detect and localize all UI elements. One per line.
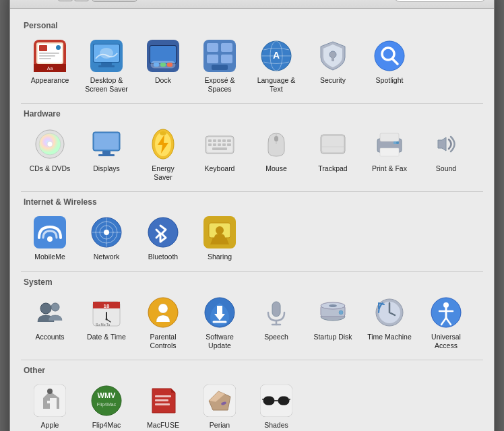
- pref-item-network[interactable]: Network: [79, 211, 134, 265]
- svg-point-94: [106, 318, 108, 320]
- section-hardware-items: CDs & DVDs Displays: [21, 123, 483, 186]
- time-machine-label: Time Machine: [367, 333, 412, 341]
- pref-item-perian[interactable]: Perian: [192, 379, 247, 431]
- pref-item-universal-access[interactable]: UniversalAccess: [418, 291, 474, 354]
- printfax-icon: [372, 127, 407, 162]
- svg-point-117: [92, 386, 121, 416]
- spotlight-label: Spotlight: [376, 76, 404, 85]
- svg-point-87: [51, 303, 59, 311]
- svg-rect-126: [263, 397, 274, 405]
- svg-text:Aa: Aa: [47, 66, 53, 71]
- parental-icon: [146, 295, 181, 330]
- pref-item-print-fax[interactable]: Print & Fax: [362, 123, 417, 186]
- pref-item-sharing[interactable]: Sharing: [192, 211, 247, 265]
- universalaccess-icon: [429, 295, 464, 330]
- startupdisk-icon: [315, 295, 350, 330]
- svg-rect-127: [278, 397, 289, 405]
- svg-rect-69: [380, 133, 399, 141]
- perian-icon: [202, 383, 237, 418]
- svg-point-74: [47, 236, 53, 242]
- svg-rect-61: [227, 143, 231, 146]
- pref-item-spotlight[interactable]: Spotlight: [362, 34, 417, 98]
- bluetooth-icon: [146, 215, 181, 250]
- pref-item-macfuse[interactable]: MacFUSE: [135, 379, 191, 431]
- svg-rect-27: [221, 43, 232, 52]
- pref-item-speech[interactable]: Speech: [249, 291, 304, 354]
- svg-point-106: [339, 310, 343, 314]
- macfuse-label: MacFUSE: [147, 421, 179, 430]
- svg-text:WMV: WMV: [98, 391, 117, 399]
- svg-text:18: 18: [104, 303, 110, 309]
- pref-item-energy-saver[interactable]: EnergySaver: [135, 123, 191, 186]
- svg-rect-30: [212, 65, 228, 70]
- pref-item-bluetooth[interactable]: Bluetooth: [135, 211, 191, 265]
- svg-rect-62: [212, 147, 227, 150]
- pref-item-software-update[interactable]: SoftwareUpdate: [192, 291, 247, 354]
- pref-item-mouse[interactable]: Mouse: [249, 123, 304, 186]
- sharing-label: Sharing: [208, 253, 232, 261]
- flip4mac-label: Flip4MacWMV: [92, 421, 121, 431]
- pref-item-expose-spaces[interactable]: Exposé &Spaces: [192, 34, 247, 98]
- pref-item-sound[interactable]: Sound: [418, 123, 474, 186]
- pref-item-flip4mac[interactable]: WMV Flip4Mac Flip4MacWMV: [79, 379, 134, 431]
- back-button[interactable]: ‹: [58, 0, 73, 1]
- nav-buttons: ‹ ›: [58, 0, 89, 1]
- pref-item-startup-disk[interactable]: Startup Disk: [305, 291, 360, 354]
- pref-item-security[interactable]: Security: [305, 34, 360, 98]
- section-system-label: System: [24, 277, 483, 287]
- pref-item-apple-qmaster[interactable]: AppleQmaster: [22, 379, 77, 431]
- pref-item-date-time[interactable]: 18 Su Mo Tu Date & Time: [79, 291, 134, 354]
- desktop-icon: [89, 38, 124, 73]
- pref-item-keyboard[interactable]: Keyboard: [192, 123, 247, 186]
- parental-controls-label: ParentalControls: [150, 333, 176, 350]
- pref-item-language-text[interactable]: A Language &Text: [249, 34, 304, 98]
- svg-point-42: [47, 141, 53, 147]
- svg-rect-66: [322, 136, 344, 152]
- svg-rect-28: [207, 55, 218, 63]
- appearance-label: Appearance: [31, 76, 69, 85]
- pref-item-shades[interactable]: Shades: [249, 379, 304, 431]
- svg-text:Su Mo Tu: Su Mo Tu: [96, 323, 111, 327]
- svg-point-97: [158, 304, 168, 313]
- pref-item-cds-dvds[interactable]: CDs & DVDs: [22, 123, 77, 186]
- startup-disk-label: Startup Disk: [313, 333, 352, 341]
- svg-rect-29: [221, 55, 232, 63]
- pref-item-desktop-screensaver[interactable]: Desktop &Screen Saver: [79, 34, 134, 98]
- pref-item-dock[interactable]: Dock: [135, 34, 191, 98]
- titlebar: ‹ › Show All System Preferences 🔍: [10, 0, 494, 9]
- search-box[interactable]: 🔍: [393, 0, 487, 2]
- date-time-label: Date & Time: [87, 333, 126, 341]
- svg-point-72: [396, 141, 399, 144]
- expose-icon: [202, 38, 237, 73]
- pref-item-trackpad[interactable]: Trackpad: [305, 123, 360, 186]
- svg-rect-59: [218, 143, 221, 146]
- bluetooth-label: Bluetooth: [148, 253, 178, 261]
- divider-other: [21, 360, 483, 360]
- mobileme-label: MobileMe: [34, 253, 65, 261]
- pref-item-accounts[interactable]: Accounts: [22, 291, 77, 354]
- divider-system: [21, 271, 483, 272]
- pref-item-mobileme[interactable]: MobileMe: [22, 211, 77, 265]
- svg-point-105: [329, 304, 337, 307]
- section-other-items: AppleQmaster WMV Flip4Mac Flip4MacWMV: [21, 379, 483, 431]
- appleqmaster-icon: [32, 383, 67, 418]
- pref-item-displays[interactable]: Displays: [79, 123, 134, 186]
- mouse-label: Mouse: [265, 164, 287, 173]
- svg-point-85: [216, 226, 224, 234]
- svg-rect-121: [155, 399, 168, 401]
- show-all-button[interactable]: Show All: [92, 0, 137, 2]
- trackpad-icon: [315, 127, 350, 162]
- content-area: Personal A Aa: [10, 9, 494, 431]
- pref-item-time-machine[interactable]: Time Machine: [362, 291, 417, 354]
- cds-dvds-label: CDs & DVDs: [30, 164, 71, 173]
- forward-button[interactable]: ›: [74, 0, 89, 1]
- pref-item-parental-controls[interactable]: ParentalControls: [135, 291, 191, 354]
- section-other-label: Other: [24, 366, 483, 375]
- trackpad-label: Trackpad: [318, 164, 347, 173]
- svg-rect-64: [274, 136, 278, 141]
- svg-text:A: A: [57, 60, 59, 64]
- speech-icon: [259, 295, 294, 330]
- svg-rect-55: [222, 139, 226, 142]
- pref-item-appearance[interactable]: A Aa Appearance: [22, 34, 77, 98]
- speech-label: Speech: [264, 333, 288, 341]
